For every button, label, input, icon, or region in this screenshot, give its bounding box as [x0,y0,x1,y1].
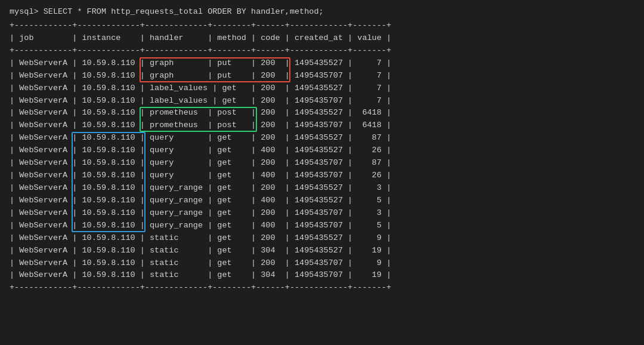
table-row: | WebServerA | 10.59.8.110 | query_range… [10,220,634,232]
table-row: | WebServerA | 10.59.8.110 | static | ge… [10,269,634,282]
table-row: | WebServerA | 10.59.8.110 | query | get… [10,144,634,157]
separator-bottom: +------------+-------------+------------… [10,282,634,294]
separator-top: +------------+-------------+------------… [10,20,634,32]
table-row: | WebServerA | 10.59.8.110 | graph | put… [10,70,634,82]
table-row: | WebServerA | 10.59.8.110 | prometheus … [10,119,634,132]
table-row: | WebServerA | 10.59.8.110 | query | get… [10,157,634,170]
table-container: +------------+-------------+------------… [10,20,634,294]
table-row: | WebServerA | 10.59.8.110 | query_range… [10,182,634,195]
separator-header: +------------+-------------+------------… [10,45,634,57]
terminal-window: mysql> SELECT * FROM http_requests_total… [10,7,634,294]
table-row: | WebServerA | 10.59.8.110 | label_value… [10,95,634,107]
table-row: | WebServerA | 10.59.8.110 | static | ge… [10,257,634,270]
table-row: | WebServerA | 10.59.8.110 | query | get… [10,132,634,144]
table-row: | WebServerA | 10.59.8.110 | query | get… [10,170,634,182]
sql-command: mysql> SELECT * FROM http_requests_total… [10,7,634,16]
table-row: | WebServerA | 10.59.8.110 | query_range… [10,195,634,207]
table-row: | WebServerA | 10.59.8.110 | static | ge… [10,232,634,245]
table-header: | job | instance | handler | method | co… [10,32,634,45]
table-row: | WebServerA | 10.59.8.110 | query_range… [10,207,634,220]
table-row: | WebServerA | 10.59.8.110 | label_value… [10,82,634,95]
table-row: | WebServerA | 10.59.8.110 | prometheus … [10,107,634,119]
table-row: | WebServerA | 10.59.8.110 | static | ge… [10,245,634,257]
table-row: | WebServerA | 10.59.8.110 | graph | put… [10,57,634,70]
